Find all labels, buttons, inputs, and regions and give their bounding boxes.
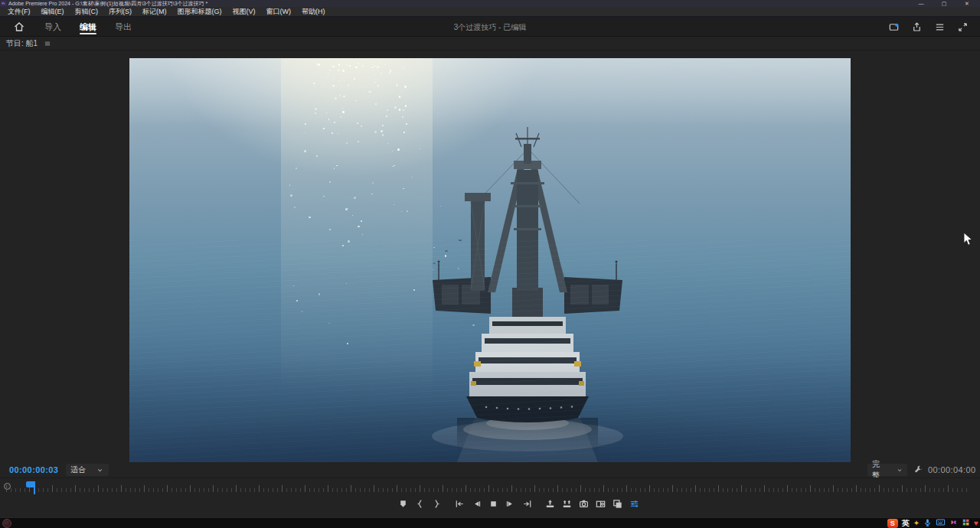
ruler-tick (534, 485, 535, 492)
ruler-tick (116, 488, 117, 492)
ruler-tick (856, 485, 857, 492)
voice-input-icon[interactable] (923, 518, 932, 528)
menu-item[interactable]: 视图(V) (227, 7, 261, 17)
ruler-tick (351, 485, 351, 492)
menu-item[interactable]: 剪辑(C) (70, 7, 104, 17)
ruler-tick (204, 488, 204, 492)
playback-resolution-select[interactable]: 完整 (867, 464, 907, 476)
lift-button[interactable] (541, 495, 558, 512)
menu-item[interactable]: 窗口(W) (261, 7, 297, 17)
export-frame-button[interactable] (575, 495, 592, 512)
close-button[interactable]: ✕ (956, 0, 978, 7)
sogou-logo-icon[interactable]: S (887, 519, 898, 528)
ruler-tick (723, 488, 724, 492)
ruler-tick (286, 488, 287, 492)
program-panel-tab[interactable]: 节目: 船1 (0, 37, 980, 51)
ruler-tick (227, 488, 227, 492)
monitor-controls-row: 00:00:00:03 适合 完整 00:00:04:00 (0, 462, 980, 477)
panel-menu-icon[interactable] (44, 40, 51, 47)
ruler-tick (222, 488, 223, 492)
settings-wrench-icon[interactable] (913, 464, 923, 478)
soft-keyboard-icon[interactable] (936, 518, 946, 528)
ruler-tick (466, 485, 466, 492)
ruler-tick (815, 488, 815, 492)
ruler-tick (911, 488, 912, 492)
ruler-tick (916, 488, 916, 492)
tray-app-icon[interactable] (2, 519, 11, 528)
ruler-tick (438, 488, 439, 492)
button-editor-button[interactable] (626, 495, 642, 512)
ruler-tick (300, 488, 301, 492)
ruler-tick (603, 485, 604, 492)
ruler-tick (456, 488, 457, 492)
ruler-tick (778, 488, 779, 492)
menu-item[interactable]: 序列(S) (103, 7, 137, 17)
menu-item[interactable]: 帮助(H) (296, 7, 331, 17)
ruler-tick (199, 488, 200, 492)
extract-button[interactable] (558, 495, 575, 512)
fullscreen-icon[interactable] (951, 19, 974, 34)
ruler-tick (741, 485, 742, 492)
ruler-tick (668, 488, 668, 492)
play-stop-button[interactable] (485, 495, 501, 512)
zoom-level-select[interactable]: 适合 (66, 464, 109, 476)
ruler-tick (318, 488, 319, 492)
ruler-tick (84, 488, 85, 492)
ruler-tick (66, 488, 67, 492)
ruler-tick (93, 488, 94, 492)
workspaces-icon[interactable] (928, 19, 951, 34)
ruler-tick (594, 488, 595, 492)
ruler-tick (746, 488, 746, 492)
ai-assist-icon[interactable]: ✦ (913, 519, 920, 528)
ruler-tick (337, 488, 338, 492)
maximize-button[interactable]: ▢ (933, 0, 956, 7)
ruler-tick (838, 488, 838, 492)
toolbox-icon[interactable] (962, 518, 970, 528)
ruler-tick (11, 488, 11, 492)
quick-export-icon[interactable] (905, 19, 928, 34)
program-monitor-video[interactable] (129, 58, 851, 462)
ruler-tick (328, 485, 328, 492)
ruler-tick (15, 488, 16, 492)
ruler-tick (525, 488, 526, 492)
mark-out-button[interactable] (428, 495, 445, 512)
ruler-tick (553, 488, 554, 492)
ruler-tick (185, 488, 186, 492)
step-back-button[interactable] (468, 495, 485, 512)
time-ruler[interactable] (0, 477, 980, 494)
ruler-tick (355, 488, 356, 492)
current-timecode[interactable]: 00:00:00:03 (9, 465, 58, 474)
goto-in-button[interactable] (451, 495, 468, 512)
multicam-button[interactable] (609, 495, 626, 512)
minimize-button[interactable]: — (910, 0, 933, 7)
favorite-icon[interactable]: ♥ (974, 519, 978, 528)
comparison-view-button[interactable] (592, 495, 609, 512)
add-marker-button[interactable] (394, 495, 411, 512)
ruler-tick (865, 488, 866, 492)
step-forward-button[interactable] (501, 495, 518, 512)
ruler-tick (406, 488, 407, 492)
ruler-tick (273, 488, 273, 492)
mark-in-button[interactable] (411, 495, 428, 512)
ime-mode-icon[interactable]: 英 (902, 518, 910, 528)
goto-out-button[interactable] (518, 495, 535, 512)
ruler-tick (539, 488, 540, 492)
menu-item[interactable]: 编辑(E) (36, 7, 70, 17)
ruler-tick (259, 485, 260, 492)
ruler-tick (213, 485, 214, 492)
ruler-tick (112, 488, 113, 492)
ruler-tick (884, 488, 884, 492)
ruler-tick (461, 488, 462, 492)
skin-icon[interactable] (949, 518, 958, 528)
ruler-tick (231, 488, 232, 492)
ruler-tick (782, 488, 783, 492)
frame-preview-icon[interactable] (882, 19, 905, 34)
ruler-tick (190, 485, 191, 492)
chevron-down-icon (897, 467, 903, 474)
menu-item[interactable]: 标记(M) (137, 7, 172, 17)
ruler-tick (332, 488, 333, 492)
ruler-tick (479, 488, 480, 492)
ruler-tick (52, 485, 53, 492)
menu-item[interactable]: 文件(F) (2, 7, 36, 17)
menu-item[interactable]: 图形和标题(G) (172, 7, 227, 17)
